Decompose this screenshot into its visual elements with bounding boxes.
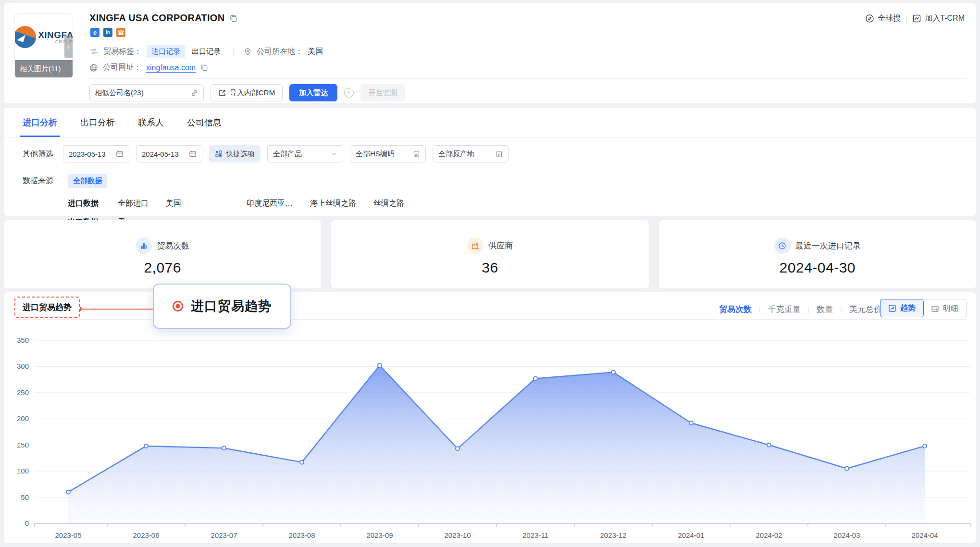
svg-text:2023-07: 2023-07 [211,531,237,539]
all-hs-code-value: 全部HS编码 [356,149,395,159]
browser-icon[interactable]: e [90,28,99,37]
monitor-button[interactable]: 开启监测 [360,84,405,101]
stat-card-trade-count: 贸易次数 2,076 [4,220,321,288]
metric-tab-bar: 贸易次数 | 千克重量 | 数量 | 美元总价 [719,304,882,315]
start-date-input[interactable]: 2023-05-13 [63,145,129,162]
metric-trade-count[interactable]: 贸易次数 [719,304,752,315]
related-images-label[interactable]: 相关图片(11) [15,60,73,77]
trade-label-title: 贸易标签： [103,47,142,57]
target-icon [173,301,183,311]
stat-value: 36 [482,260,498,276]
clock-icon [774,237,791,254]
phone-icon[interactable]: ☎ [116,28,125,37]
svg-text:150: 150 [17,441,29,449]
import-data-item[interactable]: 丝绸之路 [373,199,404,209]
stat-label: 贸易次数 [157,240,189,251]
stat-value: 2,076 [144,260,181,276]
similar-company-button[interactable]: 相似公司名(23) [89,84,204,101]
import-data-item[interactable]: 海上丝绸之路 [310,199,356,209]
svg-text:2023-05: 2023-05 [55,531,81,539]
tab-import-analysis[interactable]: 进口分析 [23,108,57,137]
import-record-tag[interactable]: 进口记录 [147,45,185,58]
trade-tag-icon [89,47,99,56]
tab-contacts[interactable]: 联系人 [138,108,164,137]
svg-text:2023-06: 2023-06 [133,531,159,539]
tab-export-analysis[interactable]: 出口分析 [80,108,115,137]
metric-kg-weight[interactable]: 千克重量 [768,304,801,315]
svg-text:2023-10: 2023-10 [444,531,471,539]
import-data-item[interactable]: 美国 [166,199,181,209]
table-icon [931,305,939,313]
import-trend-card: 进口贸易趋势 进口贸易趋势 贸易次数 | 千克重量 | 数量 | 美元总价 趋势… [4,292,976,543]
export-record-tag[interactable]: 出口记录 [190,45,223,58]
metric-usd-total[interactable]: 美元总价 [849,304,882,315]
company-logo-image: XINGFA GROUP [15,14,73,60]
chart-title: 进口贸易趋势 [14,297,80,318]
metric-quantity[interactable]: 数量 [817,304,833,315]
calendar-icon [116,150,124,158]
trend-icon [888,304,896,312]
global-search-label: 全球搜 [878,13,901,24]
all-products-select[interactable]: 全部产品 [267,145,343,162]
logo-next-chevron-icon[interactable]: › [64,36,73,58]
divider: | [759,306,761,313]
company-logo[interactable]: XINGFA GROUP 相关图片(11) › [14,13,73,78]
stats-row: 贸易次数 2,076 供应商 36 最近一次进口记录 2024-04-30 [4,220,976,288]
info-icon[interactable]: ! [344,88,354,98]
join-tcrm-label: 加入T-CRM [925,13,965,24]
divider: | [840,306,842,313]
copy-icon[interactable] [229,14,238,23]
svg-text:2024-02: 2024-02 [756,531,782,539]
document-icon [413,150,420,158]
bar-chart-icon [136,237,152,254]
similar-company-label: 相似公司名(23) [95,88,144,98]
document-icon [496,150,503,158]
stat-label: 供应商 [488,240,513,251]
join-tcrm-button[interactable]: 加入T-CRM [912,13,965,24]
tab-bar: 进口分析 出口分析 联系人 公司信息 [4,108,976,137]
end-date-input[interactable]: 2024-05-13 [136,145,202,162]
svg-text:350: 350 [17,336,29,344]
svg-text:100: 100 [17,467,29,475]
svg-text:2024-03: 2024-03 [833,531,860,539]
location-value: 美国 [308,47,323,57]
view-toggle: 趋势 明细 [880,299,967,318]
compass-icon [865,14,874,23]
svg-text:2023-08: 2023-08 [288,531,315,539]
grid-icon [215,150,223,158]
tab-company-info[interactable]: 公司信息 [187,108,222,137]
all-origin-value: 全部原产地 [438,149,474,159]
monitor-label: 开启监测 [368,88,397,98]
svg-text:200: 200 [17,414,29,423]
location-pin-icon [244,48,252,56]
import-crm-button[interactable]: 导入内部CRM [211,84,283,101]
all-origin-select[interactable]: 全部原产地 [433,145,509,162]
import-data-item[interactable]: 印度尼西亚… [247,199,293,209]
stat-value: 2024-04-30 [780,260,856,276]
analysis-card: 进口分析 出口分析 联系人 公司信息 其他筛选 2023-05-13 2024-… [4,108,976,216]
link-icon [190,89,198,97]
data-source-label: 数据来源 [23,176,68,186]
company-header-card: XINGFA GROUP 相关图片(11) › XINGFA USA CORPO… [4,3,976,103]
website-link[interactable]: xingfausa.com [146,63,196,72]
linkedin-icon[interactable]: in [103,28,112,37]
detail-view-button[interactable]: 明细 [923,299,966,318]
svg-text:50: 50 [21,493,29,501]
copy-website-icon[interactable] [200,63,209,72]
import-data-item[interactable]: 全部进口 [118,199,149,209]
quick-options-label: 快捷选项 [226,149,255,159]
svg-text:2024-01: 2024-01 [678,531,704,539]
all-data-chip[interactable]: 全部数据 [68,174,107,188]
crm-icon [912,14,921,23]
divider: | [906,14,907,23]
global-search-button[interactable]: 全球搜 [865,13,901,24]
divider: | [232,48,234,56]
quick-options-button[interactable]: 快捷选项 [209,145,261,162]
add-radar-button[interactable]: 加入雷达 [289,84,337,101]
location-label: 公司所在地： [257,47,303,57]
start-date-value: 2023-05-13 [69,150,106,158]
trend-view-button[interactable]: 趋势 [880,299,924,317]
stat-card-last-import: 最近一次进口记录 2024-04-30 [659,220,976,288]
all-hs-code-select[interactable]: 全部HS编码 [350,145,426,162]
website-label: 公司网址： [103,62,141,73]
